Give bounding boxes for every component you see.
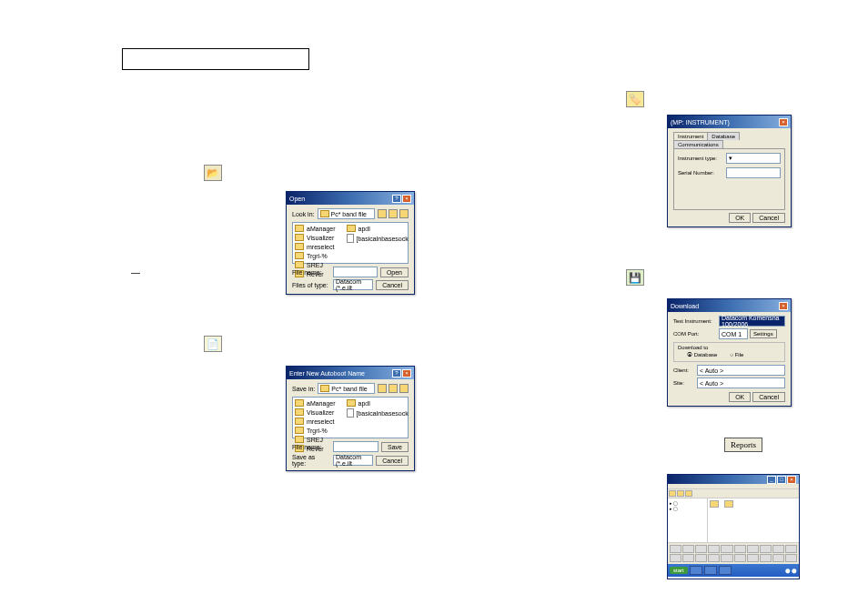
close-icon[interactable]: × bbox=[779, 118, 788, 126]
file-item[interactable]: apdl bbox=[358, 400, 370, 407]
open-folder-icon: 📂 bbox=[204, 165, 222, 181]
test-instrument-label: Test Instrument: bbox=[673, 318, 717, 324]
help-icon[interactable]: ? bbox=[392, 195, 401, 203]
tray-icon[interactable] bbox=[708, 554, 720, 562]
tray-icon[interactable] bbox=[682, 554, 694, 562]
instrument-dialog-titlebar[interactable]: (MP: INSTRUMENT) × bbox=[668, 116, 791, 128]
serial-number-input[interactable] bbox=[726, 167, 781, 178]
instrument-type-dropdown[interactable]: ▾ bbox=[726, 153, 781, 164]
view-menu-icon[interactable] bbox=[399, 209, 409, 218]
downloadto-label: Download to bbox=[678, 345, 781, 350]
open-button[interactable]: Open bbox=[380, 267, 409, 277]
download-dialog-titlebar[interactable]: Download × bbox=[668, 299, 791, 312]
folder-item[interactable]: Visualizer bbox=[307, 235, 334, 241]
maximize-icon[interactable]: □ bbox=[777, 476, 786, 484]
folder-item[interactable]: SREJ bbox=[307, 437, 323, 443]
close-icon[interactable]: × bbox=[787, 476, 796, 484]
reports-button[interactable]: Reports bbox=[724, 438, 762, 452]
tray-icon[interactable] bbox=[760, 545, 772, 553]
tray-icon[interactable] bbox=[785, 554, 797, 562]
save-dialog-titlebar[interactable]: Enter New Autoboot Name ? × bbox=[287, 367, 414, 379]
folder-item[interactable]: Trgri-% bbox=[307, 253, 328, 259]
folder-item[interactable]: Visualizer bbox=[307, 409, 334, 416]
tray-icon[interactable] bbox=[734, 554, 746, 562]
save-button[interactable]: Save bbox=[381, 442, 409, 452]
open-dialog-titlebar[interactable]: Open ? × bbox=[287, 192, 414, 205]
cancel-button[interactable]: Cancel bbox=[752, 392, 785, 402]
tray-icon[interactable] bbox=[747, 545, 759, 553]
serial-number-label: Serial Number: bbox=[678, 170, 723, 176]
tray-icon[interactable] bbox=[670, 554, 681, 562]
tray-icon[interactable] bbox=[760, 554, 772, 562]
minimize-icon[interactable]: _ bbox=[767, 476, 776, 484]
comport-dropdown[interactable]: COM 1 bbox=[719, 328, 748, 339]
saveastype-dropdown[interactable]: Datacom (*.e.ilt bbox=[333, 455, 373, 466]
folder-item[interactable]: mreselect bbox=[307, 418, 334, 425]
tab-communications[interactable]: Communications bbox=[673, 140, 723, 148]
view-menu-icon[interactable] bbox=[399, 384, 409, 393]
filename-input[interactable] bbox=[333, 441, 378, 452]
new-folder-icon[interactable] bbox=[389, 384, 398, 393]
ok-button[interactable]: OK bbox=[729, 213, 751, 223]
tray-icon[interactable] bbox=[721, 554, 732, 562]
tray-icon[interactable] bbox=[670, 545, 681, 553]
folder-item[interactable]: SREJ bbox=[307, 262, 323, 268]
file-item[interactable]: [basicalnbasesock bbox=[357, 410, 409, 417]
savein-dropdown[interactable]: Pc* band file bbox=[318, 383, 375, 394]
up-folder-icon[interactable] bbox=[378, 384, 387, 393]
open-dialog-title: Open bbox=[289, 196, 305, 202]
client-dropdown[interactable]: < Auto > bbox=[697, 365, 785, 376]
tray-icon[interactable] bbox=[695, 545, 707, 553]
tray-icon[interactable] bbox=[695, 554, 707, 562]
help-icon[interactable]: ? bbox=[392, 369, 401, 377]
filetype-dropdown[interactable]: Datacom (*.e.ilt bbox=[333, 279, 373, 290]
tray-icon[interactable] bbox=[772, 545, 784, 553]
reports-window-titlebar[interactable]: _ □ × bbox=[668, 475, 799, 484]
new-folder-icon[interactable] bbox=[389, 209, 398, 218]
taskbar-item[interactable] bbox=[704, 566, 717, 575]
tab-instrument[interactable]: Instrument bbox=[673, 132, 708, 140]
folder-item[interactable]: Trgri-% bbox=[307, 428, 328, 434]
taskbar-item[interactable] bbox=[719, 566, 732, 575]
cancel-button[interactable]: Cancel bbox=[752, 213, 785, 223]
taskbar-item[interactable] bbox=[690, 566, 702, 575]
toolbar-icon[interactable] bbox=[677, 490, 684, 497]
tray-icon[interactable] bbox=[747, 554, 759, 562]
tray-icon[interactable] bbox=[682, 545, 694, 553]
tab-database[interactable]: Database bbox=[707, 132, 740, 140]
folder-item[interactable]: aManager bbox=[307, 226, 336, 232]
close-icon[interactable]: × bbox=[402, 369, 411, 377]
folder-icon bbox=[295, 427, 304, 434]
site-dropdown[interactable]: < Auto > bbox=[697, 377, 785, 388]
cancel-button[interactable]: Cancel bbox=[376, 280, 409, 290]
file-item[interactable]: [basicalnbasesock bbox=[357, 236, 409, 242]
folder-item[interactable]: aManager bbox=[307, 400, 336, 407]
folder-icon bbox=[295, 408, 304, 416]
tray-icon[interactable] bbox=[785, 545, 797, 553]
folder-icon[interactable] bbox=[710, 500, 719, 508]
filename-input[interactable] bbox=[333, 267, 378, 277]
tray-icon[interactable] bbox=[772, 554, 784, 562]
lookin-dropdown[interactable]: Pc* band file bbox=[318, 208, 375, 219]
test-instrument-dropdown[interactable]: Datacom Komensna 100/2006 bbox=[719, 316, 785, 327]
folder-icon bbox=[295, 243, 304, 250]
toolbar-icon[interactable] bbox=[669, 490, 676, 497]
close-icon[interactable]: × bbox=[779, 302, 788, 310]
tray-icon[interactable] bbox=[734, 545, 746, 553]
ok-button[interactable]: OK bbox=[729, 392, 751, 402]
reports-tree[interactable]: ▸ ▢ ▸ ▢ bbox=[668, 498, 708, 542]
toolbar-icon[interactable] bbox=[685, 490, 692, 497]
cancel-button[interactable]: Cancel bbox=[376, 456, 409, 466]
close-icon[interactable]: × bbox=[402, 195, 411, 203]
up-folder-icon[interactable] bbox=[378, 209, 387, 218]
folder-item[interactable]: mreselect bbox=[307, 244, 334, 250]
radio-file[interactable]: ○ File bbox=[730, 352, 743, 357]
system-tray[interactable]: ⬤ ⬤ bbox=[785, 568, 797, 573]
file-item[interactable]: apdl bbox=[358, 226, 370, 232]
tray-icon[interactable] bbox=[721, 545, 732, 553]
settings-button[interactable]: Settings bbox=[750, 329, 777, 338]
tray-icon[interactable] bbox=[708, 545, 720, 553]
start-button[interactable]: start bbox=[670, 567, 688, 574]
radio-database[interactable]: ⦿ Database bbox=[687, 352, 717, 357]
folder-icon[interactable] bbox=[724, 500, 733, 508]
